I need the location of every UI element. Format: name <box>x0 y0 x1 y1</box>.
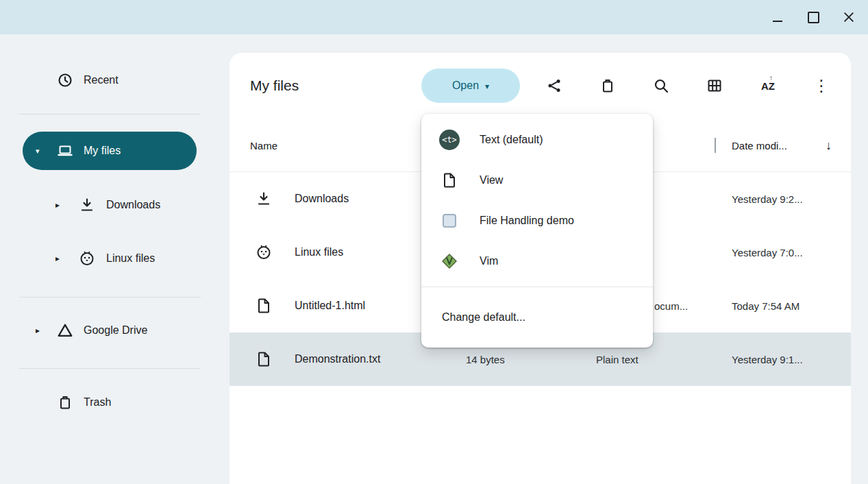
file-type: Plain text <box>596 354 732 365</box>
maximize-icon <box>808 12 819 23</box>
file-icon <box>256 298 272 314</box>
sidebar-item-linux-files[interactable]: ▸ Linux files <box>0 239 230 278</box>
menu-item-file-handling-demo[interactable]: File Handling demo <box>421 200 653 241</box>
trash-icon <box>57 394 73 411</box>
sidebar-item-trash[interactable]: Trash <box>0 383 230 422</box>
sidebar-item-label: My files <box>84 145 121 157</box>
file-date-modified: Today 7:54 AM <box>732 300 851 312</box>
clock-icon <box>57 72 73 88</box>
trash-icon <box>599 77 616 94</box>
search-button[interactable] <box>645 69 678 102</box>
chevron-right-icon[interactable]: ▸ <box>55 200 79 210</box>
toolbar: A↑Z ⋮ <box>538 69 838 102</box>
search-icon <box>653 77 669 94</box>
sidebar-item-label: Downloads <box>106 199 160 211</box>
close-icon <box>842 10 856 24</box>
open-with-menu: <t> Text (default) View File Handling de… <box>421 114 653 348</box>
chevron-right-icon[interactable]: ▸ <box>55 254 79 263</box>
text-app-icon: <t> <box>439 130 460 150</box>
chevron-right-icon[interactable]: ▸ <box>36 326 57 335</box>
file-name: Downloads <box>295 193 349 205</box>
file-name: Demonstration.txt <box>295 353 380 365</box>
file-name: Linux files <box>295 246 343 258</box>
minimize-button[interactable] <box>762 2 793 32</box>
open-button[interactable]: Open ▾ <box>421 69 520 103</box>
maximize-button[interactable] <box>798 2 828 32</box>
menu-item-vim[interactable]: Vim <box>421 241 653 281</box>
sidebar-divider <box>19 297 201 298</box>
page-title: My files <box>250 77 421 94</box>
sort-direction-arrow-icon[interactable]: ↓ <box>826 138 832 152</box>
more-options-button[interactable]: ⋮ <box>805 69 838 102</box>
sidebar: Recent ▾ My files ▸ Downloads ▸ Linux fi… <box>0 34 230 484</box>
menu-item-label: Text (default) <box>480 134 543 146</box>
close-button[interactable] <box>834 2 864 32</box>
share-icon <box>546 77 562 94</box>
column-separator <box>715 138 716 153</box>
titlebar <box>0 0 868 34</box>
download-icon <box>79 197 95 213</box>
sidebar-item-my-files[interactable]: ▾ My files <box>23 132 197 170</box>
sidebar-item-downloads[interactable]: ▸ Downloads <box>0 186 230 224</box>
sort-az-icon: A↑Z <box>761 81 775 91</box>
file-date-modified: Yesterday 7:0... <box>732 247 851 258</box>
vim-icon <box>441 253 458 269</box>
sidebar-item-recent[interactable]: Recent <box>0 61 230 99</box>
file-name: Untitled-1.html <box>295 300 365 312</box>
document-icon <box>441 172 458 189</box>
penguin-icon <box>79 250 95 267</box>
grid-view-button[interactable] <box>698 69 731 102</box>
column-header-date-modified[interactable]: Date modi... <box>732 139 787 151</box>
file-handling-demo-icon <box>443 214 456 228</box>
share-button[interactable] <box>538 69 571 102</box>
menu-item-label: File Handling demo <box>480 215 574 227</box>
menu-item-label: View <box>480 174 503 186</box>
download-icon <box>256 191 272 207</box>
sidebar-item-label: Trash <box>84 396 111 409</box>
sidebar-divider <box>19 368 201 369</box>
column-header-name[interactable]: Name <box>250 139 277 151</box>
menu-item-view[interactable]: View <box>421 160 653 200</box>
sidebar-item-label: Linux files <box>106 252 155 265</box>
file-date-modified: Yesterday 9:1... <box>732 354 851 365</box>
drive-icon <box>57 322 73 339</box>
delete-button[interactable] <box>591 69 624 102</box>
file-date-modified: Yesterday 9:2... <box>732 193 851 205</box>
file-list-panel: My files Open ▾ <box>230 53 851 484</box>
file-size: 14 bytes <box>466 354 596 365</box>
sidebar-divider <box>19 114 201 114</box>
laptop-icon <box>57 143 73 159</box>
menu-item-text-default[interactable]: <t> Text (default) <box>421 119 653 160</box>
sort-button[interactable]: A↑Z <box>752 69 784 102</box>
menu-item-change-default[interactable]: Change default... <box>421 287 653 348</box>
file-icon <box>256 351 272 367</box>
sidebar-item-google-drive[interactable]: ▸ Google Drive <box>0 311 230 350</box>
panel-header: My files Open ▾ <box>230 53 851 119</box>
minimize-icon <box>773 21 782 23</box>
sidebar-item-label: Recent <box>84 74 119 86</box>
grid-view-icon <box>706 77 723 94</box>
caret-down-icon: ▾ <box>485 82 489 91</box>
penguin-icon <box>256 244 272 261</box>
sidebar-item-label: Google Drive <box>84 324 147 337</box>
kebab-menu-icon: ⋮ <box>814 78 830 94</box>
menu-item-label: Vim <box>480 255 498 267</box>
chevron-down-icon[interactable]: ▾ <box>36 147 57 156</box>
